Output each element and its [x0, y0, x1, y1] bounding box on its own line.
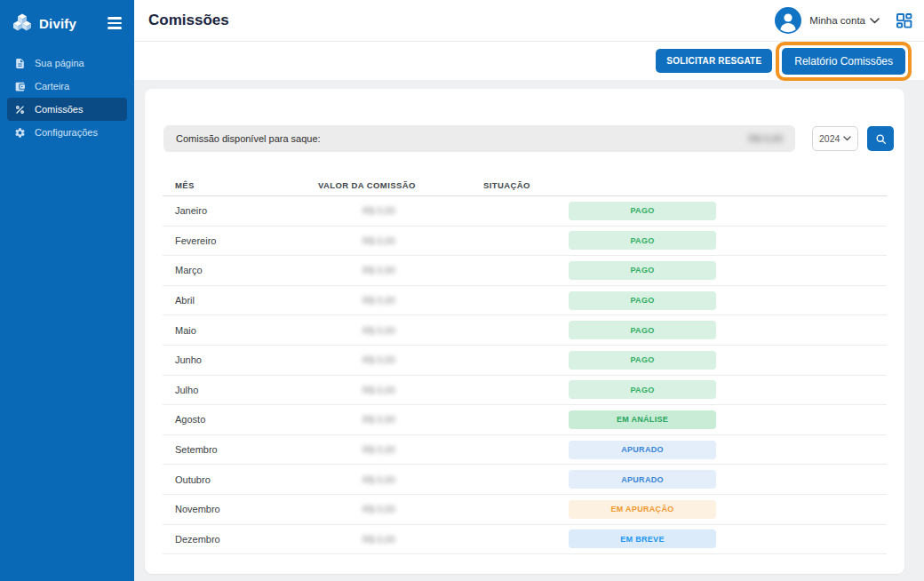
month-cell: Julho — [163, 385, 306, 395]
status-badge: PAGO — [569, 380, 716, 399]
sidebar: Divify Sua páginaCarteiraComissõesConfig… — [0, 0, 134, 581]
status-badge: EM ANÁLISE — [569, 410, 716, 429]
gear-icon — [13, 126, 26, 139]
table-row: JaneiroR$ 0,00PAGO — [163, 196, 887, 227]
wallet-icon — [13, 80, 26, 92]
table-row: DezembroR$ 0,00EM BREVE — [163, 525, 887, 555]
table-row: FevereiroR$ 0,00PAGO — [163, 227, 887, 257]
account-menu[interactable]: Minha conta — [809, 15, 865, 26]
sidebar-item-comissoes[interactable]: Comissões — [7, 98, 127, 121]
action-bar: SOLICITAR RESGATE Relatório Comissões — [134, 42, 924, 80]
table-body: JaneiroR$ 0,00PAGOFevereiroR$ 0,00PAGOMa… — [163, 196, 887, 554]
commission-value: R$ 0,00 — [306, 474, 471, 485]
status-badge: PAGO — [569, 321, 716, 339]
column-header-situacao: SITUAÇÃO — [471, 180, 887, 190]
table-row: NovembroR$ 0,00EM APURAÇÃO — [163, 495, 887, 525]
month-cell: Abril — [163, 295, 306, 306]
column-header-mes: MÊS — [163, 180, 306, 190]
commission-value: R$ 0,00 — [306, 385, 471, 395]
commission-value: R$ 0,00 — [306, 235, 471, 246]
logo-row: Divify — [0, 0, 134, 34]
commission-value: R$ 0,00 — [306, 295, 471, 306]
page-icon — [13, 57, 26, 69]
table-header: MÊS VALOR DA COMISSÃO SITUAÇÃO — [163, 180, 887, 196]
commission-value: R$ 0,00 — [306, 504, 471, 514]
month-cell: Maio — [163, 325, 306, 336]
sidebar-item-sua-pagina[interactable]: Sua página — [7, 52, 127, 75]
status-badge: APURADO — [569, 470, 716, 489]
percent-icon — [13, 103, 26, 115]
year-select-value: 2024 — [819, 133, 840, 144]
status-badge: APURADO — [569, 441, 716, 459]
available-commission-value: R$ 0,00 — [748, 133, 783, 144]
year-select[interactable]: 2024 — [812, 126, 858, 151]
status-badge: EM APURAÇÃO — [569, 500, 716, 519]
table-row: MarçoR$ 0,00PAGO — [163, 256, 887, 286]
relatorio-comissoes-button[interactable]: Relatório Comissões — [782, 48, 905, 75]
month-cell: Janeiro — [163, 205, 306, 216]
sidebar-item-label: Sua página — [35, 58, 84, 68]
commission-value: R$ 0,00 — [306, 414, 471, 425]
menu-toggle-icon[interactable] — [108, 15, 123, 30]
month-cell: Outubro — [163, 474, 306, 485]
apps-grid-icon[interactable] — [896, 12, 912, 29]
month-cell: Novembro — [163, 504, 306, 514]
available-commission-bar: Comissão disponível para saque: R$ 0,00 — [163, 125, 795, 152]
solicitar-resgate-button[interactable]: SOLICITAR RESGATE — [656, 49, 772, 73]
search-icon — [875, 133, 887, 145]
divify-logo-icon — [12, 12, 33, 34]
table-row: SetembroR$ 0,00APURADO — [163, 435, 887, 466]
chevron-down-icon — [843, 136, 851, 141]
status-badge: PAGO — [569, 202, 716, 220]
highlight-annotation: Relatório Comissões — [776, 42, 912, 81]
table-row: JunhoR$ 0,00PAGO — [163, 346, 887, 376]
commission-value: R$ 0,00 — [306, 444, 471, 455]
search-button[interactable] — [867, 126, 894, 151]
main-area: Comissões Minha conta SOLICITAR R — [134, 0, 924, 581]
status-badge: PAGO — [569, 291, 716, 310]
commissions-card: Comissão disponível para saque: R$ 0,00 … — [145, 89, 904, 574]
commission-value: R$ 0,00 — [306, 534, 471, 545]
sidebar-item-label: Comissões — [35, 104, 83, 115]
status-badge: PAGO — [569, 351, 716, 370]
sidebar-item-label: Carteira — [35, 81, 69, 92]
column-header-valor: VALOR DA COMISSÃO — [306, 180, 471, 190]
table-row: AgostoR$ 0,00EM ANÁLISE — [163, 405, 887, 435]
month-cell: Junho — [163, 354, 306, 365]
table-row: MaioR$ 0,00PAGO — [163, 315, 887, 346]
month-cell: Março — [163, 265, 306, 275]
status-badge: PAGO — [569, 231, 716, 250]
logo-text: Divify — [39, 16, 76, 31]
page-title: Comissões — [148, 12, 229, 29]
table-row: AbrilR$ 0,00PAGO — [163, 286, 887, 316]
sidebar-item-carteira[interactable]: Carteira — [7, 75, 127, 98]
month-cell: Dezembro — [163, 534, 306, 545]
commission-value: R$ 0,00 — [306, 354, 471, 365]
table-row: JulhoR$ 0,00PAGO — [163, 376, 887, 406]
month-cell: Setembro — [163, 444, 306, 455]
commissions-table: MÊS VALOR DA COMISSÃO SITUAÇÃO JaneiroR$… — [163, 180, 887, 554]
chevron-down-icon — [870, 18, 880, 24]
commission-value: R$ 0,00 — [306, 205, 471, 216]
content: Comissão disponível para saque: R$ 0,00 … — [134, 80, 924, 581]
user-avatar[interactable] — [775, 7, 801, 34]
status-badge: PAGO — [569, 261, 716, 280]
sidebar-item-configuracoes[interactable]: Configurações — [7, 121, 127, 144]
table-row: OutubroR$ 0,00APURADO — [163, 465, 887, 495]
topbar: Comissões Minha conta — [134, 0, 924, 42]
available-commission-label: Comissão disponível para saque: — [176, 133, 321, 144]
commission-value: R$ 0,00 — [306, 265, 471, 275]
month-cell: Fevereiro — [163, 235, 306, 246]
sidebar-item-label: Configurações — [35, 127, 98, 138]
status-badge: EM BREVE — [569, 529, 716, 548]
sidebar-nav: Sua páginaCarteiraComissõesConfigurações — [0, 52, 134, 144]
commission-value: R$ 0,00 — [306, 325, 471, 336]
month-cell: Agosto — [163, 414, 306, 425]
